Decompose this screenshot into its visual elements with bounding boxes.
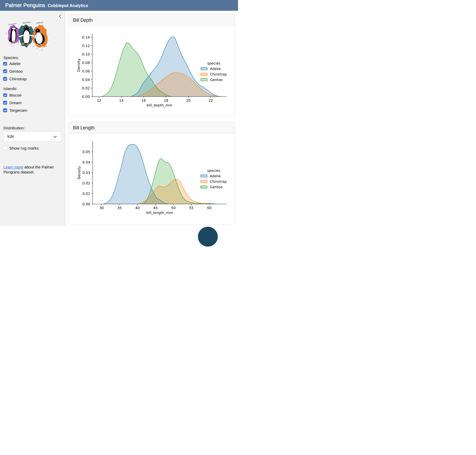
svg-text:@allison_horst: @allison_horst (40, 46, 46, 47)
svg-text:GENTOO!: GENTOO! (22, 21, 31, 24)
svg-text:ADÉLIE!: ADÉLIE! (36, 21, 43, 24)
svg-text:CHINSTRAP!: CHINSTRAP! (8, 23, 17, 25)
